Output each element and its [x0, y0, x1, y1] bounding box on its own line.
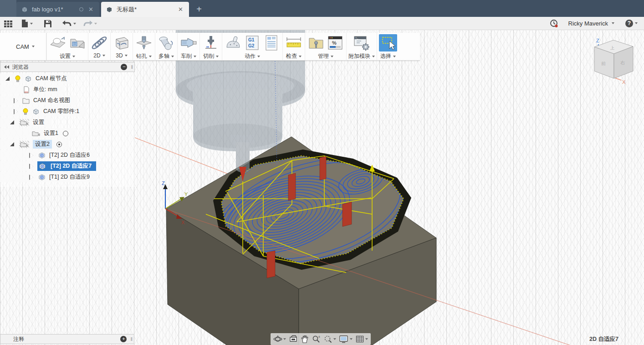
ribbon-group-label[interactable]: 检查 [286, 52, 302, 60]
expander-icon[interactable] [29, 153, 34, 158]
post-process-icon[interactable]: G1 G2 [243, 34, 261, 51]
setup-folder-icon[interactable] [68, 34, 86, 51]
tree-row-label[interactable]: 单位: mm [33, 86, 57, 93]
user-menu-caret-icon[interactable] [612, 22, 614, 24]
pan-button[interactable] [301, 335, 309, 344]
visibility-bulb-icon[interactable] [15, 75, 21, 82]
multi-axis-icon[interactable] [157, 34, 175, 51]
simulate-icon[interactable] [224, 34, 242, 51]
setup-active-radio[interactable] [63, 131, 68, 136]
folder-icon [22, 98, 30, 104]
tree-row-setup1[interactable]: 设置1 [0, 128, 76, 139]
ribbon-group-label[interactable]: 附加模块 [348, 52, 375, 60]
tree-row-label[interactable]: [T2] 2D 自适应7 [51, 162, 92, 170]
ribbon-group-label[interactable]: 2D [93, 52, 105, 59]
select-tool-icon[interactable] [379, 34, 397, 51]
tree-row-label[interactable]: 设置 [33, 118, 44, 126]
tree-row-setup2[interactable]: 设置2 [0, 139, 69, 149]
drill-icon[interactable] [135, 34, 153, 51]
expander-icon[interactable] [10, 120, 15, 125]
panel-resize-handle[interactable]: ‖ [131, 64, 133, 70]
3d-milling-icon[interactable] [112, 34, 131, 51]
zoom-button[interactable]: ± [312, 335, 321, 344]
svg-text:±: ± [318, 335, 320, 338]
ribbon-group-label[interactable]: 多轴 [158, 52, 174, 60]
expander-icon[interactable] [29, 164, 34, 169]
app-grid-button[interactable] [4, 19, 13, 28]
user-name[interactable]: Ricky Maverick [568, 20, 608, 27]
expander-icon[interactable] [10, 142, 15, 147]
task-manager-icon[interactable]: % [326, 34, 344, 51]
ribbon-group-label[interactable]: 管理 [318, 52, 333, 60]
navigation-toolbar: ± [271, 333, 371, 345]
help-button[interactable]: ? [625, 20, 638, 27]
zoom-window-button[interactable] [323, 335, 336, 344]
tab-fab-logo-v1[interactable]: fab logo v1* ✕ [16, 2, 99, 17]
tree-row-label[interactable]: CAM 根节点 [36, 75, 67, 82]
save-button[interactable] [44, 19, 52, 28]
expander-icon[interactable] [14, 109, 18, 114]
tab-close-icon[interactable]: ✕ [177, 5, 184, 13]
measure-icon[interactable] [285, 34, 303, 51]
tree-row-label[interactable]: [T1] 2D 自适应9 [49, 173, 90, 181]
tool-library-icon[interactable] [307, 34, 325, 51]
new-tab-button[interactable]: + [193, 4, 205, 15]
ribbon-group-label[interactable]: 设置 [60, 52, 75, 60]
display-caret-icon [350, 338, 353, 340]
tree-row-operation-adaptive6[interactable]: [T2] 2D 自适应6 [0, 150, 97, 160]
orbit-button[interactable] [273, 335, 286, 344]
undo-button[interactable] [62, 19, 76, 28]
tree-row-named-views[interactable]: CAM 命名视图 [0, 95, 77, 106]
expander-icon[interactable] [14, 98, 18, 103]
redo-button[interactable] [83, 19, 97, 28]
add-comment-icon[interactable]: + [120, 336, 127, 342]
svg-text:前: 前 [601, 61, 606, 66]
tree-row-setups-group[interactable]: 设置 [0, 117, 51, 128]
tab-close-icon[interactable]: ✕ [87, 5, 95, 13]
undo-icon [62, 20, 72, 28]
look-at-button[interactable] [289, 335, 298, 344]
panel-collapse-icon[interactable] [4, 65, 10, 69]
new-setup-icon[interactable] [49, 34, 67, 51]
tree-row-operation-adaptive9[interactable]: [T1] 2D 自适应9 [0, 172, 97, 182]
tree-row-cam-component[interactable]: CAM 零部件:1 [0, 106, 87, 117]
viewcube[interactable]: 上 前 右 Z X [594, 38, 633, 85]
tree-row-cam-root[interactable]: CAM 根节点 [0, 73, 74, 84]
expander-icon[interactable] [5, 77, 10, 81]
ribbon-group-label[interactable]: 钻孔 [136, 52, 152, 60]
expander-icon[interactable] [29, 175, 34, 180]
setup-sheet-icon[interactable] [262, 34, 281, 51]
job-status-clock-icon[interactable] [550, 19, 558, 28]
workspace-selector[interactable]: CAM [5, 33, 46, 60]
ribbon-group-label[interactable]: 选择 [380, 52, 396, 60]
tab-untitled[interactable]: 无标题* ✕ [101, 2, 189, 17]
ribbon-group-label[interactable]: 切削 [203, 52, 219, 60]
display-settings-button[interactable] [339, 335, 353, 344]
turning-icon[interactable] [179, 34, 198, 51]
2d-milling-icon[interactable] [90, 34, 108, 51]
tab-sync-status-icon [79, 7, 83, 11]
setup-active-radio[interactable] [56, 142, 62, 147]
ribbon-group-label[interactable]: 动作 [245, 52, 260, 60]
cutting-icon[interactable] [202, 34, 220, 51]
comments-bar[interactable]: 注释 + ‖ [0, 334, 134, 344]
collapse-all-icon[interactable]: − [121, 64, 127, 70]
tree-row-label[interactable]: [T2] 2D 自适应6 [49, 151, 90, 159]
browser-panel-header[interactable]: 浏览器 − ‖ [0, 62, 135, 72]
quick-access-toolbar [0, 17, 644, 30]
tree-row-units[interactable]: 单位: mm [0, 84, 65, 95]
add-ins-icon[interactable]: >_ [353, 34, 371, 51]
visibility-bulb-icon[interactable] [22, 108, 29, 115]
tree-row-operation-adaptive7-selected[interactable]: [T2] 2D 自适应7 [0, 161, 103, 171]
user-area: Ricky Maverick ? [550, 18, 638, 28]
browser-tree: CAM 根节点 单位: mm CAM 命名视图 CAM 零部件 [0, 72, 135, 187]
ribbon-group-label[interactable]: 车削 [181, 52, 196, 60]
tree-row-label[interactable]: CAM 命名视图 [33, 97, 70, 104]
tree-row-label[interactable]: 设置1 [44, 129, 58, 137]
ribbon-group-label[interactable]: 3D [116, 52, 127, 59]
file-menu-button[interactable] [21, 19, 33, 28]
tree-row-label[interactable]: CAM 零部件:1 [43, 108, 79, 115]
grid-settings-button[interactable] [355, 335, 368, 344]
tree-row-label[interactable]: 设置2 [33, 140, 52, 149]
panel-resize-handle[interactable]: ‖ [130, 336, 132, 342]
